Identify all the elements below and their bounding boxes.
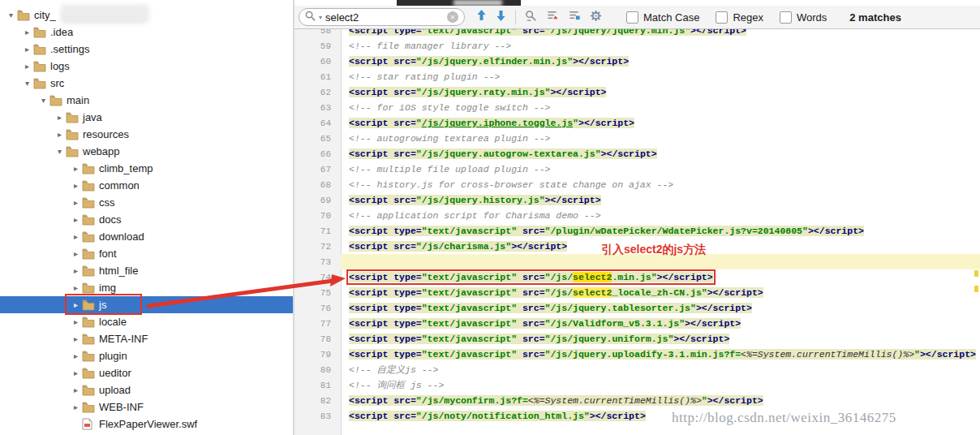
line-number: 64: [294, 118, 341, 128]
chevron-right-icon[interactable]: ▸: [70, 334, 82, 343]
code-line-67[interactable]: 67<!-- multiple file upload plugin -->: [294, 162, 980, 177]
code-line-70[interactable]: 70<!-- application script for Charisma d…: [294, 208, 980, 223]
match-case-option[interactable]: Match Case: [626, 11, 699, 24]
tree-item-resources[interactable]: ▸resources: [0, 126, 293, 143]
chevron-down-icon[interactable]: ▾: [5, 11, 17, 19]
tree-item-upload[interactable]: ▸upload: [0, 381, 293, 398]
chevron-right-icon[interactable]: ▸: [70, 266, 82, 275]
tree-item-plugin[interactable]: ▸plugin: [0, 347, 293, 364]
search-mark-stripe[interactable]: [974, 270, 978, 277]
tree-item--idea[interactable]: ▸.idea: [0, 24, 293, 41]
tree-item-meta-inf[interactable]: ▸META-INF: [0, 330, 293, 347]
tree-item-html-file[interactable]: ▸html_file: [0, 262, 293, 279]
tree-item-locale[interactable]: ▸locale: [0, 313, 293, 330]
exclude-occurrence-icon[interactable]: [568, 10, 581, 25]
chevron-right-icon[interactable]: ▸: [70, 232, 82, 241]
chevron-right-icon[interactable]: ▸: [54, 130, 66, 139]
script-fragment: <script src="/js/jquery.raty.min.js"></s…: [349, 87, 606, 97]
code-line-71[interactable]: 71<script type="text/javascript" src="/p…: [294, 223, 980, 239]
code-line-82[interactable]: 82<script src="/js/myconfirm.js?f=<%=Sys…: [294, 393, 980, 408]
regex-checkbox[interactable]: [716, 11, 728, 24]
code-line-76[interactable]: 76<script type="text/javascript" src="/j…: [294, 300, 980, 316]
tree-item-common[interactable]: ▸common: [0, 177, 293, 194]
chevron-down-icon[interactable]: ▾: [37, 96, 49, 105]
chevron-right-icon[interactable]: ▸: [70, 215, 82, 224]
code-editor[interactable]: 58<script type="text/javascript" src="/j…: [294, 29, 980, 435]
words-checkbox[interactable]: [780, 11, 792, 24]
code-line-63[interactable]: 63<!-- for iOS style toggle switch -->: [294, 100, 980, 115]
tree-item-logs[interactable]: ▸logs: [0, 58, 293, 75]
tree-item-img[interactable]: ▸img: [0, 279, 293, 296]
code-line-64[interactable]: 64<script src="/js/jquery.iphone.toggle.…: [294, 115, 980, 131]
code-line-65[interactable]: 65<!-- autogrowing textarea plugin -->: [294, 131, 980, 146]
words-option[interactable]: Words: [780, 11, 827, 24]
find-next-icon[interactable]: [496, 10, 506, 24]
chevron-down-icon[interactable]: ▾: [21, 79, 33, 88]
add-occurrence-icon[interactable]: [546, 10, 559, 25]
chevron-right-icon[interactable]: ▸: [70, 283, 82, 292]
code-line-59[interactable]: 59<!-- file manager library -->: [294, 38, 980, 54]
code-line-80[interactable]: 80<!-- 自定义js -->: [294, 362, 980, 377]
tree-item--settings[interactable]: ▸.settings: [0, 41, 293, 58]
code-line-79[interactable]: 79<script type="text/javascript" src="/j…: [294, 347, 980, 362]
tree-item-docs[interactable]: ▸docs: [0, 211, 293, 228]
chevron-right-icon[interactable]: ▸: [70, 403, 82, 411]
code-line-58[interactable]: 58<script type="text/javascript" src="/j…: [294, 29, 980, 38]
tree-item-label: src: [48, 77, 64, 89]
chevron-right-icon[interactable]: ▸: [70, 181, 82, 190]
folder-icon: [82, 385, 97, 396]
tree-item-download[interactable]: ▸download: [0, 228, 293, 245]
tree-item-main[interactable]: ▾main: [0, 92, 293, 109]
chevron-right-icon[interactable]: ▸: [21, 45, 33, 54]
match-case-checkbox[interactable]: [626, 11, 638, 24]
chevron-right-icon[interactable]: ▸: [70, 385, 82, 394]
chevron-right-icon[interactable]: ▸: [70, 351, 82, 360]
chevron-right-icon[interactable]: ▸: [54, 113, 66, 122]
tree-item-java[interactable]: ▸java: [0, 109, 293, 126]
chevron-down-icon[interactable]: ▾: [54, 147, 66, 156]
search-input[interactable]: [325, 11, 437, 24]
search-box[interactable]: ▾ ×: [299, 8, 465, 26]
tree-item-label: css: [97, 196, 115, 209]
tree-item-webapp[interactable]: ▾webapp: [0, 143, 293, 160]
code-line-77[interactable]: 77<script type="text/javascript" src="/j…: [294, 316, 980, 331]
code-line-61[interactable]: 61<!-- star rating plugin -->: [294, 69, 980, 84]
code-line-69[interactable]: 69<script src="/js/jquery.history.js"></…: [294, 192, 980, 208]
line-number: 80: [294, 365, 341, 375]
chevron-right-icon[interactable]: ▸: [21, 62, 33, 71]
tree-item-ueditor[interactable]: ▸ueditor: [0, 364, 293, 381]
chevron-right-icon[interactable]: ▸: [21, 28, 33, 37]
chevron-right-icon[interactable]: ▸: [70, 368, 82, 377]
clear-search-icon[interactable]: ×: [447, 11, 458, 23]
code-text: <script src="/js/jquery.autogrow-textare…: [341, 146, 980, 162]
search-history-caret-icon[interactable]: ▾: [319, 14, 322, 21]
chevron-right-icon[interactable]: ▸: [70, 249, 82, 258]
code-line-62[interactable]: 62<script src="/js/jquery.raty.min.js"><…: [294, 84, 980, 100]
code-line-75[interactable]: 75<script type="text/javascript" src="/j…: [294, 285, 980, 300]
tree-item-flexpaperviewer-swf[interactable]: FlexPaperViewer.swf: [0, 416, 293, 433]
code-line-78[interactable]: 78<script type="text/javascript" src="/j…: [294, 331, 980, 347]
line-number: 74: [294, 273, 341, 282]
tree-item-css[interactable]: ▸css: [0, 194, 293, 211]
chevron-right-icon[interactable]: ▸: [70, 300, 82, 309]
chevron-right-icon[interactable]: ▸: [70, 317, 82, 326]
tree-item-web-inf[interactable]: ▸WEB-INF: [0, 398, 293, 416]
line-number: 69: [294, 196, 341, 205]
code-line-66[interactable]: 66<script src="/js/jquery.autogrow-texta…: [294, 146, 980, 162]
code-text: <script type="text/javascript" src="/js/…: [341, 300, 980, 316]
code-line-60[interactable]: 60<script src="/js/jquery.elfinder.min.j…: [294, 54, 980, 69]
tree-item-js[interactable]: ▸js: [0, 296, 293, 313]
code-line-81[interactable]: 81<!-- 询问框 js -->: [294, 377, 980, 393]
regex-option[interactable]: Regex: [716, 11, 763, 24]
find-all-icon[interactable]: [525, 10, 537, 25]
find-previous-icon[interactable]: [476, 10, 487, 24]
chevron-right-icon[interactable]: ▸: [70, 198, 82, 207]
code-line-74[interactable]: 74<script type="text/javascript" src="/j…: [294, 269, 980, 285]
tree-item-src[interactable]: ▾src: [0, 75, 293, 92]
search-settings-gear-icon[interactable]: [590, 10, 602, 25]
search-mark-stripe[interactable]: [974, 286, 978, 292]
tree-item-climb-temp[interactable]: ▸climb_temp: [0, 160, 293, 177]
tree-item-font[interactable]: ▸font: [0, 245, 293, 262]
chevron-right-icon[interactable]: ▸: [70, 164, 82, 173]
code-line-68[interactable]: 68<!-- history.js for cross-browser stat…: [294, 177, 980, 192]
